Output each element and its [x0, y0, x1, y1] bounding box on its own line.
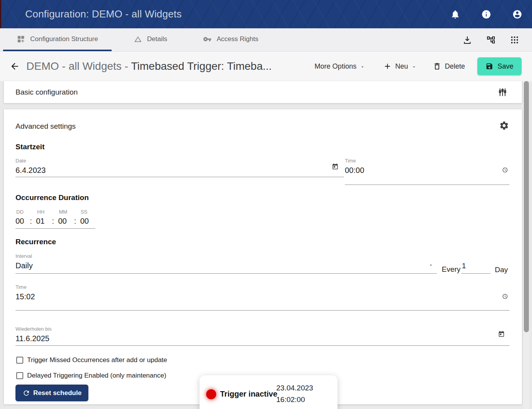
basic-configuration-title: Basic configuration [15, 88, 78, 97]
chevron-down-icon [411, 64, 417, 69]
delete-button[interactable]: Delete [433, 62, 465, 71]
toolbar: DEMO - all Widgets - Timebased Trigger: … [0, 52, 532, 81]
trigger-status-label: Trigger inactive [220, 390, 277, 399]
chevron-down-icon [360, 64, 365, 69]
day-unit-label: Day [495, 266, 508, 274]
hierarchy-tree-icon[interactable] [486, 35, 496, 45]
key-icon [203, 35, 212, 43]
duration-seconds-input[interactable] [80, 217, 93, 226]
start-time-input[interactable] [345, 166, 477, 175]
startzeit-heading: Startzeit [15, 143, 45, 151]
clock-icon[interactable] [502, 293, 508, 299]
repeat-until-field: Wiederholen bis [15, 325, 510, 346]
duration-hours-input[interactable] [36, 217, 48, 226]
tab-configuration-structure[interactable]: Configuration Structure [3, 28, 112, 51]
occurrence-duration-field: DD HH MM SS : : : [15, 208, 95, 229]
start-date-field: Date [15, 157, 344, 177]
calendar-icon[interactable] [332, 163, 339, 170]
duration-minutes-label: MM [59, 209, 67, 215]
header-actions [450, 9, 532, 19]
duration-days-input[interactable] [15, 217, 28, 226]
repeat-until-label: Wiederholen bis [15, 325, 510, 332]
save-button[interactable]: Save [477, 57, 522, 75]
tab-access-rights[interactable]: Access Rights [189, 28, 272, 51]
occurrence-duration-heading: Occurrence Duration [15, 193, 89, 202]
time-field-label: Time [15, 283, 510, 290]
sliders-tune-icon[interactable] [498, 87, 508, 97]
vertical-scrollbar-track[interactable] [523, 81, 529, 409]
new-button[interactable]: Neu [383, 62, 417, 71]
trigger-status-date: 23.04.2023 [276, 382, 313, 394]
advanced-settings-title: Advanced settings [15, 122, 76, 131]
recurrence-time-input[interactable] [15, 292, 411, 301]
duration-days-label: DD [16, 209, 24, 215]
breadcrumb-current: Timebased Trigger: Timeba... [131, 60, 272, 72]
save-button-label: Save [498, 62, 513, 71]
advanced-settings-card: Advanced settings Startzeit Date Time Oc… [4, 109, 522, 404]
checkbox-label[interactable]: Delayed Triggering Enabled (only mainten… [27, 372, 166, 380]
option-row: Trigger Missed Occurrences after add or … [16, 356, 167, 364]
back-arrow-icon[interactable] [10, 61, 20, 71]
trigger-status-time: 16:02:00 [276, 394, 313, 406]
more-options-button[interactable]: More Options [315, 62, 365, 71]
duration-separator: : [30, 217, 32, 226]
new-button-label: Neu [395, 62, 408, 71]
tab-label: Details [147, 35, 167, 43]
tab-label: Access Rights [217, 35, 258, 43]
interval-value: Daily [15, 261, 437, 270]
checkbox-trigger-missed-occurrences[interactable] [16, 357, 23, 364]
widgets-icon [17, 35, 25, 43]
recurrence-time-field: Time [15, 283, 510, 311]
tab-bar: Configuration Structure Details Access R… [0, 28, 532, 52]
status-red-dot-icon [206, 389, 216, 399]
calendar-icon[interactable] [498, 331, 505, 338]
clock-icon[interactable] [502, 167, 508, 173]
every-field [461, 252, 491, 274]
start-time-field: Time [345, 157, 510, 185]
breadcrumb: DEMO - all Widgets - Timebased Trigger: … [26, 60, 272, 72]
reset-schedule-button[interactable]: Reset schedule [15, 385, 88, 401]
delete-button-label: Delete [445, 62, 465, 71]
reset-schedule-label: Reset schedule [33, 389, 82, 397]
date-field-label: Date [15, 157, 344, 164]
option-row: Delayed Triggering Enabled (only mainten… [16, 372, 166, 380]
duration-minutes-input[interactable] [58, 217, 71, 226]
trigger-status-popup: Trigger inactive 23.04.2023 16:02:00 [200, 375, 337, 409]
download-icon[interactable] [463, 35, 472, 45]
apps-grid-icon[interactable] [510, 35, 519, 45]
repeat-until-input[interactable] [15, 334, 411, 343]
interval-label: Interval [15, 252, 437, 259]
more-options-label: More Options [315, 62, 356, 71]
duration-separator: : [74, 217, 76, 226]
tab-bar-actions [463, 28, 532, 51]
user-account-icon[interactable] [512, 9, 522, 19]
plus-icon [383, 62, 392, 71]
interval-select[interactable]: Interval Daily [15, 252, 437, 274]
every-input[interactable] [462, 262, 489, 270]
tab-details[interactable]: Details [112, 28, 189, 51]
gear-icon[interactable] [499, 121, 509, 131]
page-title: Configuration: DEMO - all Widgets [25, 8, 182, 20]
trash-icon [433, 62, 441, 71]
start-date-input[interactable] [15, 166, 278, 175]
floppy-save-icon [486, 62, 493, 70]
tab-label: Configuration Structure [30, 35, 98, 43]
refresh-icon [22, 389, 30, 397]
time-field-label: Time [345, 157, 510, 164]
app-header: Configuration: DEMO - all Widgets [0, 0, 532, 28]
notifications-bell-icon[interactable] [450, 9, 460, 19]
vertical-scrollbar-thumb[interactable] [524, 81, 529, 332]
basic-configuration-card: Basic configuration [4, 81, 522, 103]
duration-seconds-label: SS [81, 209, 87, 215]
info-icon[interactable] [481, 9, 491, 19]
triangle-icon [134, 35, 142, 43]
every-label: Every [442, 265, 461, 274]
trigger-status-datetime: 23.04.2023 16:02:00 [276, 382, 313, 406]
duration-hours-label: HH [37, 209, 45, 215]
recurrence-heading: Recurrence [15, 238, 56, 246]
breadcrumb-prefix: DEMO - all Widgets - [26, 60, 131, 72]
window-edge-strip [0, 0, 1, 28]
checkbox-delayed-triggering[interactable] [16, 372, 23, 379]
checkbox-label[interactable]: Trigger Missed Occurrences after add or … [27, 356, 167, 364]
dropdown-caret-icon[interactable] [428, 262, 434, 268]
